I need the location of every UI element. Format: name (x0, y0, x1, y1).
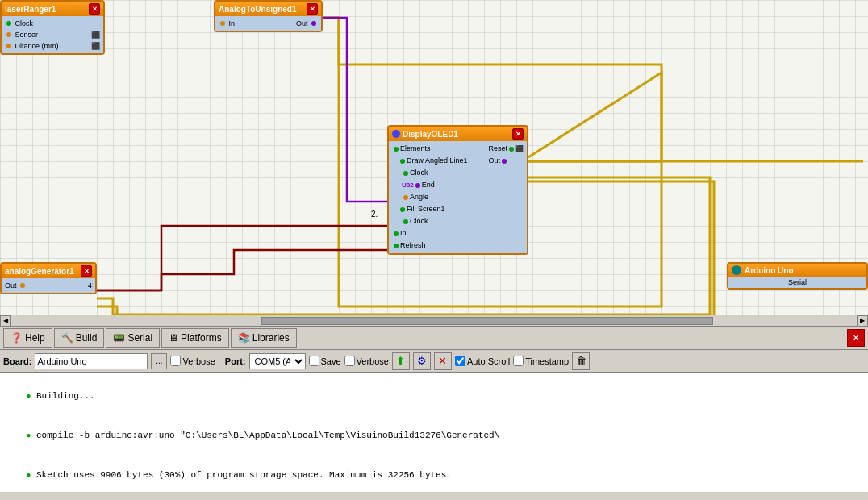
save-check-group: Save (309, 356, 341, 366)
libraries-icon: 📚 (238, 332, 250, 344)
analog-node-header: AnalogToUnsigned1 ✕ (215, 2, 321, 16)
gen-node: analogGenerator1 ✕ Out 4 (0, 262, 97, 294)
oled-pin-clock1: Clock (390, 167, 483, 179)
analog-pin-in: In Out (219, 18, 318, 29)
console-output: ● Building... ● compile -b arduino:avr:u… (0, 373, 868, 492)
upload-btn[interactable]: ⬆ (392, 352, 410, 370)
sensor-pin-distance: Ditance (mm) ⬛ (5, 40, 100, 52)
platforms-icon: 🖥 (169, 332, 178, 344)
sensor-node-title: laserRanger1 (5, 5, 56, 14)
sensor-node-header: laserRanger1 ✕ (2, 2, 103, 16)
oled-body: Elements Draw Angled Line1 Clock U82 End… (389, 141, 527, 253)
autoscroll-label: Auto Scroll (467, 356, 510, 366)
save-checkbox[interactable] (309, 356, 319, 366)
gen-pin-out: Out 4 (5, 280, 92, 291)
console-line-0: ● Building... (5, 377, 863, 416)
oled-pin-in: In (390, 227, 483, 240)
verbose2-checkbox[interactable] (344, 356, 355, 366)
tab-build[interactable]: 🔨 Build (54, 328, 105, 348)
arduino-body: Serial (728, 277, 866, 288)
oled-pin-out: Out (486, 155, 525, 167)
oled-icon (392, 130, 400, 138)
arduino-node: Arduino Uno Serial (727, 262, 868, 290)
scroll-left-btn[interactable]: ◀ (0, 315, 11, 327)
oled-pin-angle: Angle (390, 191, 483, 203)
help-icon: ❓ (10, 332, 23, 344)
sensor-node-body: Clock Sensor ⬛ Ditance (mm) ⬛ (2, 16, 103, 53)
arduino-icon (732, 265, 741, 275)
board-row: Board: ... Verbose Port: COM5 (A... Save… (0, 350, 868, 373)
oled-pin-end: U82 End (390, 179, 483, 191)
arduino-title: Arduino Uno (745, 266, 794, 275)
verbose2-check-group: Verbose (344, 356, 389, 366)
arrow-annotation-1: ➜ (63, 310, 98, 315)
oled-node: DisplayOLED1 ✕ Elements Draw Angled Line… (387, 125, 528, 255)
console-line-1: ● compile -b arduino:avr:uno "C:\Users\B… (5, 416, 863, 456)
console-line-2: ● Sketch uses 9906 bytes (30%) of progra… (5, 456, 863, 492)
analog-node-body: In Out (215, 16, 321, 31)
tab-serial[interactable]: 📟 Serial (106, 328, 160, 348)
sensor-pin-clock: Clock (5, 18, 100, 29)
verbose-checkbox[interactable] (170, 356, 181, 366)
timestamp-check-group: Timestamp (513, 356, 569, 366)
board-more-btn[interactable]: ... (151, 353, 167, 369)
tab-libraries[interactable]: 📚 Libraries (231, 328, 297, 348)
verbose-label: Verbose (182, 356, 215, 366)
analog-node-title: AnalogToUnsigned1 (219, 5, 296, 14)
label-2: 2. (371, 210, 378, 219)
analog-node: AnalogToUnsigned1 ✕ In Out (214, 0, 323, 32)
tab-serial-label: Serial (127, 332, 152, 344)
canvas: laserRanger1 ✕ Clock Sensor ⬛ Ditance (m… (0, 0, 868, 315)
autoscroll-checkbox[interactable] (455, 356, 465, 366)
oled-pin-refresh: Refresh (390, 240, 483, 252)
gen-header: analogGenerator1 ✕ (2, 264, 95, 278)
scrollbar-track[interactable] (11, 317, 857, 325)
gen-close-btn[interactable]: ✕ (81, 265, 92, 277)
analog-close-btn[interactable]: ✕ (307, 3, 318, 15)
sensor-node: laserRanger1 ✕ Clock Sensor ⬛ Ditance (m… (0, 0, 105, 55)
build-icon: 🔨 (61, 332, 73, 344)
toolbar: ❓ Help 🔨 Build 📟 Serial 🖥 Platforms 📚 Li… (0, 326, 868, 350)
sensor-close-btn[interactable]: ✕ (89, 3, 100, 15)
sensor-pin-sensor: Sensor ⬛ (5, 29, 100, 40)
timestamp-checkbox[interactable] (513, 356, 524, 366)
scrollbar-thumb[interactable] (261, 317, 713, 325)
canvas-scrollbar[interactable]: ◀ ▶ (0, 315, 868, 326)
stop-btn[interactable]: ✕ (434, 352, 452, 370)
save-label: Save (321, 356, 341, 366)
port-label: Port: (225, 356, 246, 366)
port-select[interactable]: COM5 (A... (249, 353, 306, 369)
oled-pin-elements: Elements (390, 143, 483, 155)
board-label: Board: (3, 356, 31, 366)
oled-pin-clock2: Clock (390, 215, 483, 227)
console-close-btn[interactable]: ✕ (847, 329, 865, 347)
oled-close-btn[interactable]: ✕ (512, 128, 524, 140)
arduino-header: Arduino Uno (728, 264, 866, 277)
serial-icon: 📟 (113, 332, 125, 344)
oled-title: DisplayOLED1 (403, 130, 458, 139)
tab-libraries-label: Libraries (252, 332, 290, 344)
board-select[interactable] (35, 353, 148, 369)
tab-help[interactable]: ❓ Help (3, 328, 52, 348)
tab-platforms[interactable]: 🖥 Platforms (161, 328, 229, 348)
tab-help-label: Help (25, 332, 45, 344)
gen-title: analogGenerator1 (5, 267, 74, 276)
scroll-right-btn[interactable]: ▶ (857, 315, 868, 327)
compile-btn[interactable]: ⚙ (413, 352, 431, 370)
oled-header: DisplayOLED1 ✕ (389, 127, 527, 141)
arrow-annotation-3: ➜ (478, 310, 514, 315)
oled-pin-reset: Reset ⬛ (486, 143, 525, 155)
oled-pin-draw: Draw Angled Line1 (390, 155, 483, 167)
timestamp-label: Timestamp (525, 356, 569, 366)
arrow-annotation-2: ➜ (345, 310, 381, 315)
clear-btn[interactable]: 🗑 (572, 352, 590, 370)
autoscroll-check-group: Auto Scroll (455, 356, 510, 366)
tab-build-label: Build (76, 332, 98, 344)
gen-body: Out 4 (2, 278, 95, 293)
oled-pin-fill: Fill Screen1 (390, 203, 483, 215)
tab-platforms-label: Platforms (181, 332, 222, 344)
arduino-serial-label: Serial (788, 278, 807, 286)
verbose2-label: Verbose (357, 356, 389, 366)
verbose-check-group: Verbose (170, 356, 215, 366)
